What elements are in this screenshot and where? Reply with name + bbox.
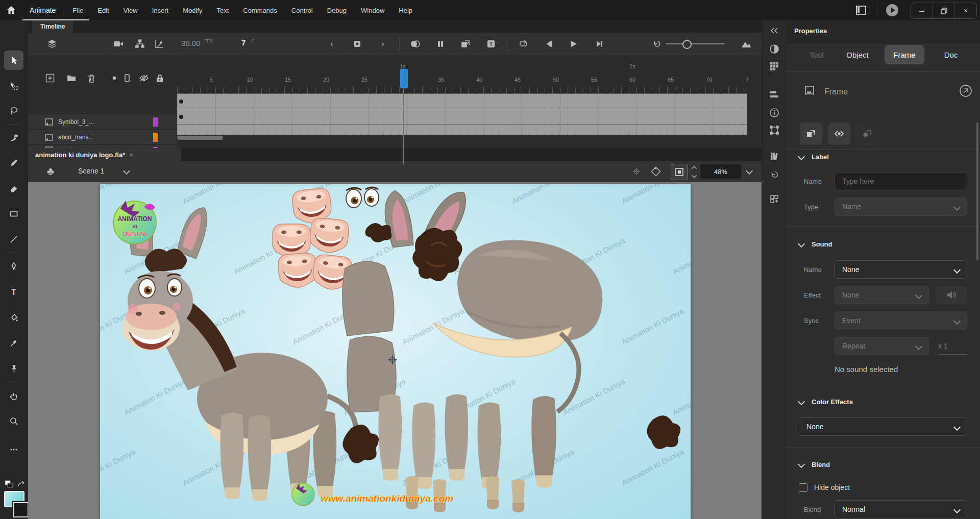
hide-object-checkbox[interactable] xyxy=(799,483,807,492)
blend-section-chevron-icon[interactable] xyxy=(798,461,805,468)
zoom-stepper[interactable] xyxy=(692,165,697,178)
workspace-icon[interactable] xyxy=(854,4,868,16)
body-part-neck-pieces[interactable] xyxy=(342,261,396,412)
default-colors-icon[interactable] xyxy=(4,480,14,489)
blend-mode-dropdown[interactable]: Normal xyxy=(835,500,967,518)
lock-layers-icon[interactable] xyxy=(153,71,166,85)
label-section-title[interactable]: Label xyxy=(812,153,829,161)
selection-tool[interactable] xyxy=(4,51,23,70)
keyframe-dot[interactable] xyxy=(179,115,183,119)
timeline-horizontal-scrollbar[interactable] xyxy=(177,136,223,140)
keyframe-dot[interactable] xyxy=(179,100,183,104)
color-panel-icon[interactable] xyxy=(768,43,780,55)
step-back-icon[interactable] xyxy=(541,37,556,51)
sound-repeat-count[interactable]: x 1 xyxy=(938,342,967,355)
properties-panel-title[interactable]: Properties xyxy=(794,27,827,35)
transform-panel-icon[interactable] xyxy=(768,124,780,136)
registration-grid-icon[interactable] xyxy=(630,165,643,178)
swap-colors-icon[interactable] xyxy=(16,480,27,489)
close-button[interactable]: × xyxy=(954,3,976,18)
rotate-view-icon[interactable] xyxy=(650,165,662,178)
hide-layers-icon[interactable] xyxy=(137,71,151,85)
pen-tool[interactable] xyxy=(4,257,23,276)
label-section-chevron-icon[interactable] xyxy=(798,153,805,160)
menu-view[interactable]: View xyxy=(116,0,145,20)
menu-file[interactable]: File xyxy=(65,0,90,20)
library-panel-icon[interactable] xyxy=(768,150,780,162)
highlight-layers-icon[interactable] xyxy=(108,71,121,85)
previous-frame-icon[interactable]: ‹ xyxy=(324,37,339,51)
sound-section-chevron-icon[interactable] xyxy=(798,240,805,248)
sound-effect-dropdown[interactable]: None xyxy=(835,286,929,304)
fragments-panel-icon[interactable] xyxy=(768,193,780,205)
layer-color-swatch[interactable] xyxy=(153,117,158,127)
next-frame-icon[interactable]: › xyxy=(375,37,390,51)
align-panel-icon[interactable] xyxy=(768,88,780,101)
menu-debug[interactable]: Debug xyxy=(320,0,354,20)
stage-canvas[interactable]: Animation Ki DuniyaAnimation Ki DuniyaAn… xyxy=(100,184,691,519)
current-frame-value[interactable]: 7 xyxy=(241,38,246,47)
zoom-level-value[interactable]: 48% xyxy=(700,164,741,179)
menu-control[interactable]: Control xyxy=(284,0,320,20)
outline-layers-icon[interactable] xyxy=(120,71,134,85)
menu-help[interactable]: Help xyxy=(391,0,420,20)
home-icon[interactable] xyxy=(0,5,22,16)
body-part-snouts[interactable] xyxy=(273,187,353,291)
camera-icon[interactable] xyxy=(111,37,126,51)
tab-doc[interactable]: Doc xyxy=(936,45,966,64)
free-transform-tool[interactable] xyxy=(4,76,23,95)
edit-scene-icon[interactable]: ♣ xyxy=(44,165,57,178)
timeline-ruler[interactable]: 1s 2s 5 10 15 20 25 30 35 40 45 50 55 60… xyxy=(177,55,762,93)
body-part-tail-tuft[interactable] xyxy=(647,415,680,449)
text-tool[interactable]: T xyxy=(4,282,23,302)
onion-skin-icon[interactable] xyxy=(407,37,423,51)
layers-view-icon[interactable] xyxy=(44,37,60,51)
delete-layer-icon[interactable] xyxy=(85,71,98,85)
more-tools-button[interactable] xyxy=(4,440,23,459)
rectangle-tool[interactable] xyxy=(4,204,23,224)
timeline-zoom-large-icon[interactable] xyxy=(739,37,754,51)
onion-skin-outline-icon[interactable] xyxy=(433,37,448,51)
tab-frame[interactable]: Frame xyxy=(885,45,924,64)
playhead-handle[interactable] xyxy=(400,69,408,88)
restore-button[interactable] xyxy=(933,3,954,18)
menu-edit[interactable]: Edit xyxy=(90,0,116,20)
fluid-brush-tool[interactable] xyxy=(4,128,23,147)
sound-name-dropdown[interactable]: None xyxy=(835,260,967,279)
layer-row-abcd-trans-1[interactable]: abcd_trans... xyxy=(28,129,177,145)
step-forward-icon[interactable] xyxy=(591,37,606,51)
properties-scrollbar[interactable] xyxy=(976,122,978,260)
scene-name[interactable]: Scene 1 xyxy=(78,167,104,175)
blend-section-title[interactable]: Blend xyxy=(812,461,830,468)
loop-playback-icon[interactable] xyxy=(516,37,531,51)
new-folder-icon[interactable] xyxy=(65,71,78,85)
info-panel-icon[interactable] xyxy=(768,107,780,119)
remove-keyframe-button[interactable] xyxy=(856,122,878,145)
menu-text[interactable]: Text xyxy=(209,0,236,20)
timeline-tab[interactable]: Timeline xyxy=(32,20,73,33)
sound-sync-dropdown[interactable]: Event xyxy=(835,311,967,330)
customize-timeline-icon[interactable]: T xyxy=(483,37,499,51)
close-document-icon[interactable]: × xyxy=(129,151,133,159)
menu-modify[interactable]: Modify xyxy=(176,0,209,20)
layer-row-symbol-3[interactable]: Symbol_3_... xyxy=(28,114,177,130)
minimize-button[interactable] xyxy=(911,3,933,18)
zoom-dropdown-chevron-icon[interactable] xyxy=(746,167,753,175)
label-name-input[interactable]: Type here xyxy=(835,172,967,190)
help-circle-arrow-icon[interactable] xyxy=(959,84,973,98)
convert-to-code-button[interactable] xyxy=(828,122,850,145)
eraser-tool[interactable] xyxy=(4,179,23,198)
asset-warp-tool[interactable] xyxy=(4,359,23,378)
play-icon[interactable] xyxy=(566,37,581,51)
history-panel-icon[interactable] xyxy=(768,168,780,181)
hand-tool[interactable] xyxy=(4,386,23,405)
sound-repeat-dropdown[interactable]: Repeat xyxy=(835,337,929,355)
lasso-tool[interactable] xyxy=(4,102,23,121)
advanced-layers-icon[interactable] xyxy=(132,37,148,51)
menu-commands[interactable]: Commands xyxy=(236,0,284,20)
frames-row-1[interactable] xyxy=(177,93,747,109)
quick-share-play-icon[interactable] xyxy=(885,3,899,17)
color-effects-title[interactable]: Color Effects xyxy=(812,398,853,406)
body-part-eyes[interactable] xyxy=(346,187,379,208)
graph-editor-icon[interactable] xyxy=(152,37,167,51)
